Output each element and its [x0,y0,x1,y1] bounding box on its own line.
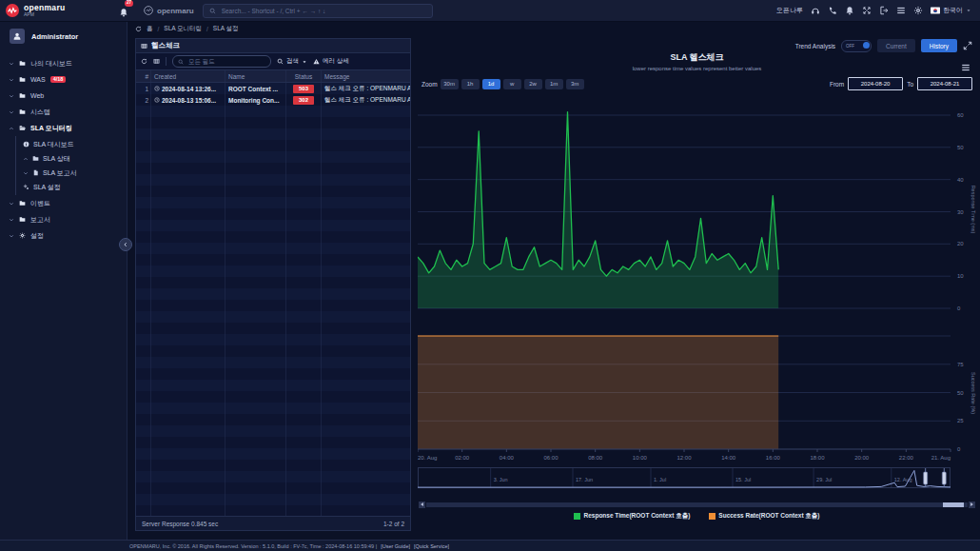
zoom-2w-button[interactable]: 2w [524,79,542,89]
navigator-handle[interactable] [924,472,928,484]
empty-cell [225,482,286,494]
sidebar-item-sla-dashboard[interactable]: SLA 대시보드 [16,137,127,151]
headset-button[interactable] [811,6,820,15]
to-date-input[interactable]: 2024-08-21 [917,77,972,90]
breadcrumb-item[interactable]: SLA 모니터링 [164,25,202,33]
navigator-handle[interactable] [942,472,946,484]
error-detail-button[interactable]: 에러 상세 [313,57,349,66]
search-dropdown-button[interactable]: 검색 [277,57,307,66]
gear-button[interactable] [913,6,923,15]
sidebar-item-was[interactable]: WAS4/18 [0,71,127,88]
sidebar-user-name: Administrator [31,32,78,41]
empty-cell [322,357,410,368]
empty-cell [225,494,286,505]
from-date-input[interactable]: 2024-08-20 [848,77,903,90]
svg-text:20:00: 20:00 [854,455,870,461]
chart-scrollbar[interactable] [418,501,976,508]
refresh-icon[interactable] [135,26,142,32]
empty-cell [286,380,322,391]
zoom-1m-button[interactable]: 1m [545,79,563,89]
table-search[interactable] [172,55,271,68]
zoom-1h-button[interactable]: 1h [461,79,480,89]
sidebar-item-sla-monitoring[interactable]: SLA 모니터링 [0,120,127,136]
sidebar-collapse-button[interactable] [119,238,132,251]
empty-cell [225,208,286,220]
logout-button[interactable] [879,6,889,15]
quick-service-link[interactable]: [Quick Service] [414,543,449,549]
notifications-button[interactable]: 27 [119,4,128,21]
sidebar-item-report[interactable]: 보고서 [0,211,127,227]
sidebar-item-label: SLA 설정 [33,183,61,192]
legend-item[interactable]: Success Rate(ROOT Context 호출) [709,512,819,521]
trend-analysis-toggle[interactable]: OFF [841,40,872,52]
sidebar-item-sla-settings[interactable]: SLA 설정 [16,180,127,194]
sidebar: Administrator 나의 대시보드WAS4/18Web시스템SLA 모니… [0,21,127,541]
breadcrumb-item[interactable]: 홈 [147,25,153,33]
scrollbar-track[interactable] [426,502,968,507]
breadcrumb-item[interactable]: SLA 설정 [213,25,239,33]
empty-cell [151,460,225,471]
folder-icon [32,155,39,162]
sidebar-item-my-dashboard[interactable]: 나의 대시보드 [0,55,127,71]
sidebar-item-sla-report[interactable]: SLA 보고서 [16,166,127,180]
chart-context-menu-button[interactable] [961,63,970,72]
legend-item[interactable]: Response Time(ROOT Context 호출) [574,512,690,521]
sidebar-item-event[interactable]: 이벤트 [0,195,127,211]
empty-row [136,460,410,471]
info-icon [23,141,29,148]
empty-cell [136,288,151,300]
zoom-1d-button[interactable]: 1d [482,79,500,89]
zoom-3m-button[interactable]: 3m [566,79,584,89]
was-badge: 4/18 [50,76,67,84]
global-search-input[interactable] [220,7,426,15]
menu-button[interactable] [896,6,906,15]
sidebar-item-settings[interactable]: 설정 [0,227,127,244]
table-search-input[interactable] [186,57,265,66]
empty-cell [286,357,322,368]
empty-row [136,414,410,425]
history-button[interactable]: History [921,39,957,52]
user-row[interactable]: Administrator [0,21,127,48]
created-cell: 2024-08-14 13:26... [151,83,225,94]
zoom-30m-button[interactable]: 30m [441,79,459,89]
language-selector[interactable]: 한국어 [931,6,971,15]
bell-button[interactable] [845,6,854,15]
table-row[interactable]: 12024-08-14 13:26...ROOT Context ...503헬… [136,83,410,94]
sidebar-item-system[interactable]: 시스템 [0,104,127,120]
empty-cell [136,174,151,186]
scroll-left-button[interactable] [419,502,425,508]
current-button[interactable]: Current [877,39,915,52]
sidebar-item-web[interactable]: Web [0,88,127,104]
empty-row [136,128,410,140]
empty-cell [322,174,410,186]
empty-cell [286,425,322,437]
empty-cell [225,425,286,437]
scrollbar-thumb[interactable] [943,502,964,507]
fullscreen-button[interactable] [862,6,872,15]
svg-text:3. Jun: 3. Jun [494,477,508,482]
expand-icon[interactable] [963,41,972,50]
empty-cell [136,471,151,482]
empty-cell [225,128,286,140]
breadcrumb: 홈/SLA 모니터링/SLA 설정 [127,21,980,37]
phone-button[interactable] [828,6,837,15]
empty-cell [225,220,286,231]
folder-open-icon [19,125,26,131]
scroll-right-button[interactable] [969,502,975,508]
svg-text:14:00: 14:00 [721,455,736,461]
chev-down-icon [9,109,14,115]
table-row[interactable]: 22024-08-13 15:06...Monitoring Con...302… [136,94,410,106]
sidebar-item-label: SLA 보고서 [43,168,77,178]
empty-cell [225,140,286,151]
pagination[interactable]: 1-2 of 2 [383,521,404,527]
chart-navigator[interactable]: 3. Jun17. Jun1. Jul15. Jul29. Jul12. Aug [418,467,976,500]
user-guide-link[interactable]: [User Guide] [381,543,410,549]
sidebar-item-sla-status[interactable]: SLA 상태 [16,151,127,166]
chev-down-icon [9,233,14,239]
zoom-w-button[interactable]: w [503,79,521,89]
global-search[interactable] [203,4,433,18]
refresh-button[interactable] [141,58,147,65]
phone-icon [828,6,837,15]
grid-view-button[interactable] [153,58,160,65]
empty-row [136,391,410,403]
